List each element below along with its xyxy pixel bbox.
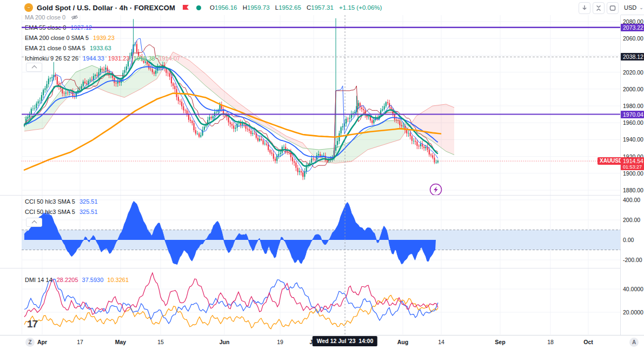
ichimoku-label: Ichimoku 9 26 52 26 [25,55,78,62]
price-tick-label: 2020.00 [621,69,644,76]
ema21-label: EMA 21 close 0 SMA 5 [25,45,85,51]
dmi-di-minus-value: 10.3261 [107,277,129,283]
currency-label: USD [624,4,636,11]
cci1-value: 325.51 [79,198,98,205]
price-axis[interactable]: USD ⌄ 2080.002060.002020.002000.001980.0… [621,0,644,335]
ichimoku-leadb-value: 1914.07 [158,55,180,62]
timezone-badge[interactable]: Z [25,338,35,347]
change-value: +1.15 (+0.06%) [339,4,382,11]
time-tick-Jun: Jun [220,339,230,345]
legend-row-cci1[interactable]: CCI 50 hlc3 SMA 5 325.51 [25,196,102,206]
close-value: 1957.31 [311,4,334,11]
crosshair-date-tooltip: Wed 12 Jul '23 14:00 [313,336,377,346]
price-pane-collapse-button[interactable] [26,63,42,72]
cci-tick-label: 200.00 [621,217,644,223]
chevron-down-icon: ⌄ [639,5,643,10]
market-status-icon[interactable] [196,5,201,10]
ichimoku-leada-value: 1918.38 [134,55,155,62]
open-label: O [210,4,215,11]
ema200-value: 1939.23 [93,35,115,41]
price-tick-label: 2000.00 [621,86,644,92]
legend-row-ema21[interactable]: EMA 21 close 0 SMA 5 1933.63 [25,43,184,53]
ema21-value: 1933.63 [90,45,111,51]
chevron-up-icon [31,220,37,226]
time-tick-15: 15 [157,339,164,345]
cci2-label: CCI 50 hlc3 SMA 5 [25,209,75,215]
screenshot-button[interactable] [607,2,619,14]
price-label-1970.04[interactable]: 1970.04 [621,111,644,118]
dmi-label: DMI 14 14 [25,277,52,283]
time-tick-Sep: Sep [495,339,505,345]
legend-row-ichimoku[interactable]: Ichimoku 9 26 52 26 1944.33 1931.23 1918… [25,53,184,63]
cci-tick-label: -200.00 [621,257,644,263]
price-tick-label: 1880.00 [621,187,644,193]
axis-settings-badge[interactable]: A [629,338,639,347]
time-tick-Apr: Apr [37,339,47,345]
cci-tick-label: 0.00 [621,237,644,243]
price-tick-label: 1960.00 [621,119,644,126]
price-label-2038.12[interactable]: 2038.12 [621,53,644,61]
dmi-adx-value: 37.5930 [82,277,104,283]
cci-pane-legend: CCI 50 hlc3 SMA 5 325.51 CCI 50 hlc3 SMA… [25,196,102,217]
cci-tick-label: 400.00 [621,197,644,203]
dmi-pane-legend: DMI 14 14 28.2205 37.5930 10.3261 [25,274,132,285]
price-tick-label: 1940.00 [621,136,644,143]
legend-row-ema200[interactable]: EMA 200 close 0 SMA 5 1939.23 [25,32,184,43]
cci2-value: 325.51 [79,209,98,215]
time-tick-May: May [115,339,126,345]
ema55-label: EMA 55 close 0 [25,24,66,31]
legend-row-cci2[interactable]: CCI 50 hlc3 SMA 5 325.51 [25,206,102,217]
price-tick-label: 1900.00 [621,170,644,177]
high-value: 1959.73 [247,4,270,11]
dmi-tick-label: 20.0000 [621,309,644,316]
high-label: H [243,4,247,11]
ema200-label: EMA 200 close 0 SMA 5 [25,35,89,41]
time-tick-Aug: Aug [397,339,408,345]
legend-row-dmi[interactable]: DMI 14 14 28.2205 37.5930 10.3261 [25,274,132,285]
time-axis[interactable]: Z Apr17May15Jun19JulAug14Sep18Oct Wed 12… [0,335,644,349]
dmi-di-plus-value: 28.2205 [57,277,78,283]
dmi-tick-label: 40.0000 [621,286,644,292]
price-tick-label: 1980.00 [621,103,644,109]
gold-symbol-icon [24,3,33,12]
tradingview-window: 17 Gold Spot / U.S. Dollar · 4h · FOREXC… [0,0,644,349]
time-tick-19: 19 [277,339,283,345]
chevron-up-icon [31,65,37,71]
chart-header: Gold Spot / U.S. Dollar · 4h · FOREXCOM … [0,0,621,15]
ichimoku-conversion-value: 1944.33 [83,55,104,62]
open-value: 1956.16 [215,4,237,11]
tradingview-logo[interactable]: 17 [27,318,38,330]
currency-selector[interactable]: USD ⌄ [621,0,644,15]
time-tick-14: 14 [438,339,444,345]
legend-row-ema55[interactable]: EMA 55 close 0 1927.12 [25,22,184,32]
symbol-title[interactable]: Gold Spot / U.S. Dollar · 4h · FOREXCOM [37,4,175,12]
time-tick-Oct: Oct [583,339,593,345]
cci-pane-collapse-button[interactable] [26,218,42,227]
price-tick-label: 2060.00 [621,35,644,42]
price-label-1914.54[interactable]: 1914.5401:53:27 [621,157,644,170]
ema55-value: 1927.12 [70,24,92,31]
countdown-label: 01:53:27 [623,164,644,170]
collapse-panes-button[interactable] [593,2,605,14]
flag-icon[interactable] [183,5,189,10]
time-tick-17: 17 [77,339,83,345]
price-label-2073.22[interactable]: 2073.22 [621,24,644,31]
ichimoku-base-value: 1931.23 [108,55,130,62]
time-tick-18: 18 [547,339,554,345]
cci1-label: CCI 50 hlc3 SMA 5 [25,198,75,205]
ohlc-readout: O1956.16 H1959.73 L1952.65 C1957.31 +1.1… [210,4,382,11]
main-pane-legend: MA 200 close 0 EMA 55 close 0 1927.12 EM… [25,12,184,63]
download-button[interactable] [579,2,590,14]
low-value: 1952.65 [278,4,301,11]
